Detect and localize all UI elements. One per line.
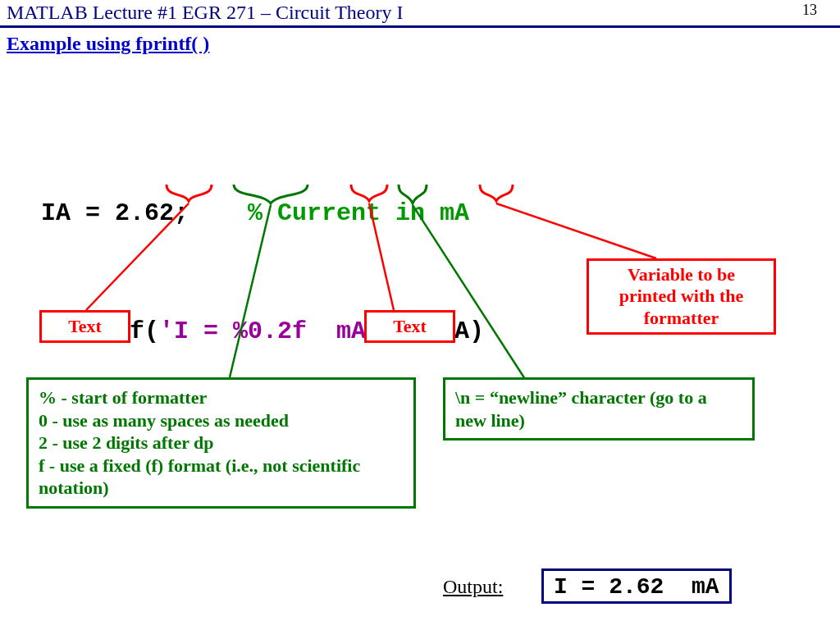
svg-line-3 xyxy=(413,205,525,379)
output-label-text: Output xyxy=(443,576,498,597)
output-value: I = 2.62 mA xyxy=(541,568,732,604)
output-label: Output: xyxy=(443,576,503,598)
svg-line-4 xyxy=(496,203,656,258)
callout-text-1: Text xyxy=(39,310,130,343)
svg-line-1 xyxy=(230,205,271,377)
callout-variable: Variable to be printed with the formatte… xyxy=(587,258,776,335)
svg-line-2 xyxy=(369,203,394,310)
callout-newline: \n = “newline” character (go to a new li… xyxy=(443,377,755,441)
callout-formatter: % - start of formatter 0 - use as many s… xyxy=(26,377,416,509)
svg-line-0 xyxy=(86,203,189,310)
callout-text-2: Text xyxy=(364,310,455,343)
